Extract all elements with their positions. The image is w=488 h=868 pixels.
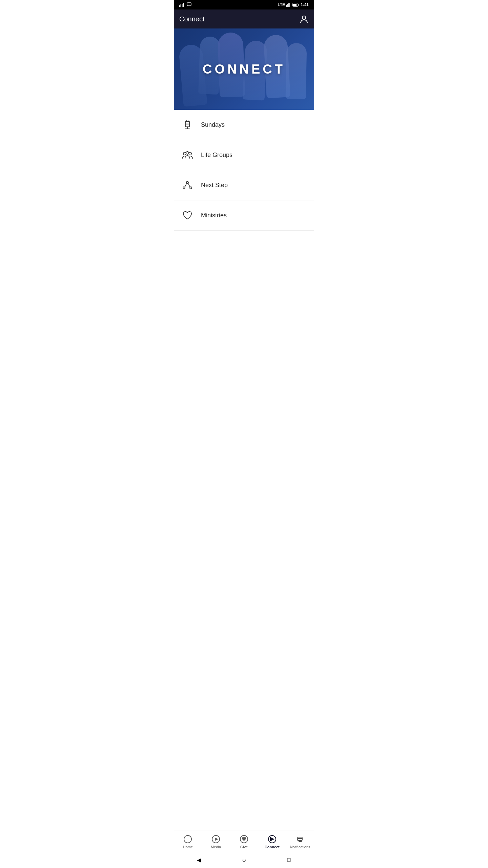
sundays-menu-item[interactable]: Sundays	[174, 110, 314, 140]
profile-button[interactable]	[299, 14, 309, 24]
group-icon	[181, 148, 194, 162]
ministries-label: Ministries	[201, 212, 227, 219]
bottom-nav: Home Media Give Connect	[174, 830, 314, 852]
svg-rect-5	[286, 5, 287, 7]
app-bar: Connect	[174, 9, 314, 28]
life-groups-menu-item[interactable]: Life Groups	[174, 140, 314, 170]
sundays-label: Sundays	[201, 121, 225, 129]
next-step-menu-item[interactable]: Next Step	[174, 170, 314, 200]
time-label: 1:41	[301, 2, 309, 7]
home-button[interactable]: ○	[240, 856, 248, 864]
page-title: Connect	[179, 15, 205, 23]
svg-rect-10	[293, 4, 297, 6]
svg-rect-17	[187, 120, 188, 122]
nav-media[interactable]: Media	[202, 833, 230, 850]
svg-rect-31	[298, 837, 302, 841]
svg-point-24	[184, 835, 191, 843]
connect-nav-label: Connect	[265, 845, 280, 849]
hero-banner: CONNECT	[174, 28, 314, 110]
status-left	[179, 2, 191, 7]
podium-icon	[181, 118, 194, 132]
next-step-label: Next Step	[201, 182, 228, 189]
svg-point-11	[302, 16, 306, 19]
nav-connect[interactable]: Connect	[258, 833, 286, 850]
svg-point-18	[183, 152, 186, 155]
give-nav-label: Give	[240, 845, 248, 849]
home-nav-label: Home	[183, 845, 193, 849]
recents-button[interactable]: □	[285, 856, 293, 864]
give-nav-icon	[239, 834, 249, 844]
svg-rect-8	[289, 3, 290, 7]
status-bar: LTE 1:41	[174, 0, 314, 9]
back-icon: ◀	[197, 857, 201, 863]
svg-rect-3	[183, 3, 184, 7]
back-button[interactable]: ◀	[195, 856, 203, 864]
hero-title: CONNECT	[203, 62, 285, 77]
svg-marker-26	[215, 837, 218, 841]
nav-home[interactable]: Home	[174, 833, 202, 850]
recents-icon: □	[287, 857, 291, 863]
nav-notifications[interactable]: Notifications	[286, 833, 314, 850]
svg-marker-29	[271, 837, 274, 841]
status-right: LTE 1:41	[278, 2, 309, 7]
svg-point-22	[186, 181, 188, 183]
home-circle-icon: ○	[242, 856, 246, 864]
heart-icon	[181, 209, 194, 222]
media-nav-icon	[211, 834, 221, 844]
signal-icon	[179, 3, 185, 7]
home-nav-icon	[183, 834, 192, 844]
ministries-menu-item[interactable]: Ministries	[174, 200, 314, 231]
svg-rect-6	[287, 4, 288, 7]
media-nav-label: Media	[211, 845, 221, 849]
notification-icon	[187, 2, 191, 7]
svg-rect-2	[182, 4, 183, 7]
lte-signal-icon	[286, 3, 291, 7]
connect-nav-icon	[267, 834, 277, 844]
network-label: LTE	[278, 2, 285, 7]
path-icon	[181, 178, 194, 192]
notifications-nav-label: Notifications	[290, 845, 310, 849]
notifications-nav-icon	[296, 834, 305, 844]
svg-rect-1	[181, 4, 182, 7]
nav-give[interactable]: Give	[230, 833, 258, 850]
svg-rect-4	[187, 3, 191, 6]
svg-rect-0	[179, 5, 180, 7]
battery-icon	[292, 3, 299, 7]
menu-list: Sundays Life Groups	[174, 110, 314, 830]
system-nav-bar: ◀ ○ □	[174, 852, 314, 868]
svg-point-20	[189, 152, 191, 155]
life-groups-label: Life Groups	[201, 152, 232, 159]
profile-icon	[299, 14, 309, 24]
svg-point-19	[186, 152, 189, 154]
svg-rect-7	[288, 3, 289, 7]
